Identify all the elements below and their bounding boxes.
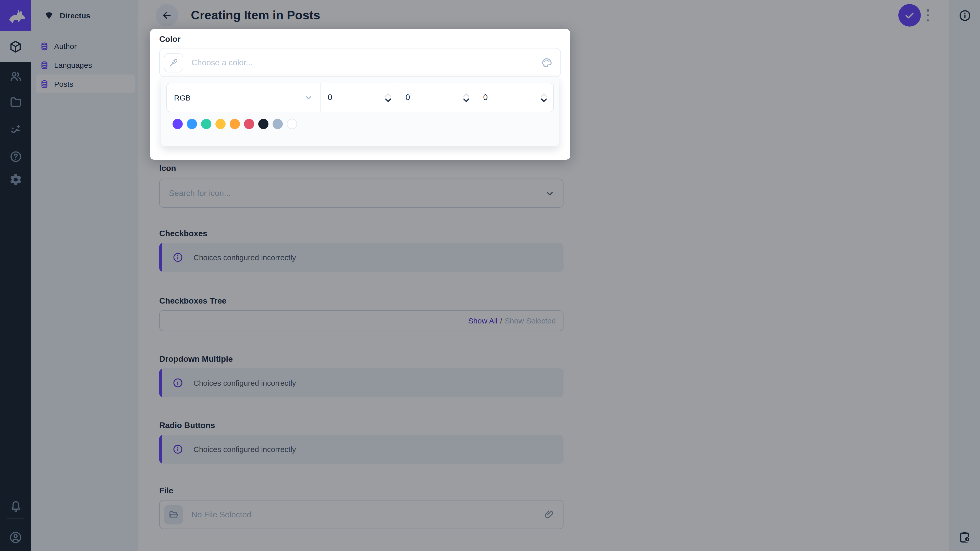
color-swatch[interactable] (230, 119, 240, 129)
color-picker-panel: RGB 0 0 (161, 77, 559, 146)
chevron-up-icon[interactable] (463, 93, 469, 97)
color-swatch[interactable] (187, 119, 197, 129)
color-mode-value: RGB (174, 93, 191, 102)
color-swatch[interactable] (172, 119, 183, 129)
blue-stepper[interactable] (541, 93, 547, 102)
palette-icon[interactable] (541, 57, 552, 68)
red-value-input[interactable]: 0 (321, 83, 398, 112)
color-swatch[interactable] (287, 119, 297, 129)
color-mode-select[interactable]: RGB (167, 83, 321, 112)
color-swatch[interactable] (201, 119, 211, 129)
green-stepper[interactable] (463, 93, 469, 102)
chevron-down-icon[interactable] (385, 98, 392, 102)
color-swatch[interactable] (244, 119, 254, 129)
blue-value: 0 (483, 93, 488, 102)
swatch-row (172, 119, 559, 129)
app-screen: Directus Author Languages Posts (0, 0, 980, 551)
color-picker-popup: Color Choose a color... RGB 0 (150, 29, 570, 160)
color-input[interactable]: Choose a color... (159, 48, 561, 77)
chevron-down-icon[interactable] (463, 98, 469, 102)
chevron-down-icon[interactable] (541, 98, 547, 102)
color-swatch[interactable] (215, 119, 226, 129)
green-value: 0 (406, 93, 410, 102)
eyedropper-button[interactable] (164, 53, 183, 72)
chevron-up-icon[interactable] (385, 93, 392, 97)
red-value: 0 (328, 93, 332, 102)
chevron-down-icon (304, 93, 313, 102)
blue-value-input[interactable]: 0 (476, 83, 553, 112)
eyedropper-icon (169, 57, 179, 68)
color-mode-row: RGB 0 0 (166, 83, 554, 112)
color-swatch[interactable] (258, 119, 269, 129)
color-swatch[interactable] (272, 119, 283, 129)
color-input-placeholder: Choose a color... (191, 58, 253, 67)
chevron-up-icon[interactable] (541, 93, 547, 97)
red-stepper[interactable] (385, 93, 392, 102)
green-value-input[interactable]: 0 (398, 83, 476, 112)
color-field-label: Color (159, 35, 181, 44)
